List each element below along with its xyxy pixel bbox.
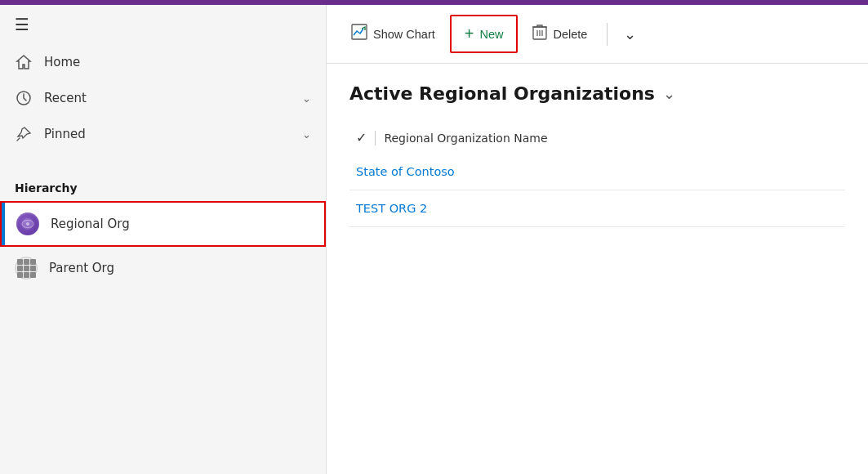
header-divider xyxy=(375,131,376,145)
hierarchy-items: Regional Org xyxy=(0,201,326,289)
new-button-label: New xyxy=(479,28,503,41)
toolbar-more-button[interactable]: ⌄ xyxy=(616,19,644,50)
home-icon xyxy=(15,54,33,70)
table-row[interactable]: TEST ORG 2 xyxy=(349,190,845,227)
recent-icon xyxy=(15,90,33,106)
view-title-row: Active Regional Organizations ⌄ xyxy=(349,83,845,104)
hierarchy-item-regional-org-label: Regional Org xyxy=(51,217,309,231)
show-chart-button[interactable]: Show Chart xyxy=(340,17,447,51)
row-2-name[interactable]: TEST ORG 2 xyxy=(356,202,427,215)
sidebar-item-home-label: Home xyxy=(44,55,311,69)
show-chart-icon xyxy=(351,24,367,44)
show-chart-label: Show Chart xyxy=(373,28,435,41)
toolbar-divider xyxy=(607,23,608,46)
delete-button-label: Delete xyxy=(553,28,587,41)
sidebar-item-pinned[interactable]: Pinned ⌄ xyxy=(0,116,326,152)
view-title: Active Regional Organizations xyxy=(349,83,655,104)
hamburger-menu-icon[interactable]: ☰ xyxy=(15,16,29,33)
hierarchy-section-label: Hierarchy xyxy=(0,165,326,201)
recent-chevron-icon: ⌄ xyxy=(302,92,311,105)
hierarchy-item-regional-org[interactable]: Regional Org xyxy=(0,201,326,247)
hierarchy-item-parent-org[interactable]: Parent Org xyxy=(0,247,326,289)
toolbar: Show Chart + New xyxy=(327,5,868,64)
content-area: Active Regional Organizations ⌄ ✓ Region… xyxy=(327,64,868,474)
column-header-name: Regional Organization Name xyxy=(384,132,547,145)
svg-point-3 xyxy=(26,222,29,226)
pinned-chevron-icon: ⌄ xyxy=(302,128,311,141)
sidebar: ☰ Home Recent ⌄ xyxy=(0,5,327,474)
new-button[interactable]: + New xyxy=(453,18,515,50)
view-title-chevron-icon[interactable]: ⌄ xyxy=(663,85,675,102)
sidebar-item-recent-label: Recent xyxy=(44,91,291,105)
sidebar-item-home[interactable]: Home xyxy=(0,44,326,80)
delete-icon xyxy=(532,24,547,44)
sidebar-item-pinned-label: Pinned xyxy=(44,127,291,141)
delete-button[interactable]: Delete xyxy=(521,17,599,51)
main-content: Show Chart + New xyxy=(327,5,868,474)
new-button-wrapper: + New xyxy=(450,15,519,53)
new-plus-icon: + xyxy=(465,25,474,43)
regional-org-icon xyxy=(16,212,39,235)
row-1-name[interactable]: State of Contoso xyxy=(356,165,455,178)
pinned-icon xyxy=(15,126,33,142)
header-checkmark-icon: ✓ xyxy=(356,130,367,145)
table-row[interactable]: State of Contoso xyxy=(349,154,845,190)
hierarchy-item-parent-org-label: Parent Org xyxy=(49,261,311,275)
sidebar-item-recent[interactable]: Recent ⌄ xyxy=(0,80,326,116)
sidebar-nav: Home Recent ⌄ xyxy=(0,44,326,165)
sidebar-header: ☰ xyxy=(0,5,326,44)
table-header-row: ✓ Regional Organization Name xyxy=(349,122,845,154)
parent-org-icon xyxy=(15,257,38,279)
data-table: ✓ Regional Organization Name State of Co… xyxy=(349,122,845,227)
toolbar-more-chevron-icon: ⌄ xyxy=(624,25,636,43)
